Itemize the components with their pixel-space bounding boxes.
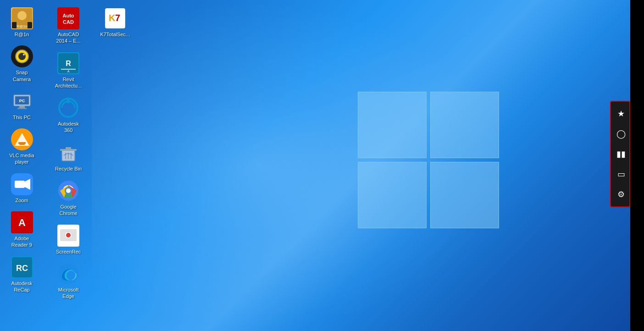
win-pane-top-right <box>430 92 499 158</box>
microsoft-edge-label: Microsoft Edge <box>53 287 84 300</box>
recycle-bin-icon <box>57 142 79 164</box>
adobe-reader-icon: A <box>11 211 33 233</box>
svg-rect-12 <box>17 108 27 109</box>
desktop-icon-zoom[interactable]: Zoom <box>5 171 39 206</box>
svg-rect-17 <box>19 144 25 145</box>
screenrec-side-panel: ★ ◯ ▮▮ ▭ ⚙ <box>610 101 630 207</box>
svg-text:K: K <box>109 13 116 23</box>
this-pc-label: This PC <box>13 114 31 121</box>
desktop-icon-google-chrome[interactable]: Google Chrome <box>51 177 86 220</box>
microsoft-edge-icon <box>57 263 79 285</box>
desktop-icon-adobe-reader[interactable]: A Adobe Reader 9 <box>5 209 39 251</box>
recycle-bin-label: Recycle Bin <box>55 166 82 172</box>
desktop-icon-microsoft-edge[interactable]: Microsoft Edge <box>51 260 86 303</box>
zoom-icon <box>11 173 33 195</box>
autodesk360-icon <box>57 97 79 119</box>
snap-camera-label: Snap Camera <box>6 69 37 83</box>
win-pane-bottom-left <box>358 162 427 228</box>
vlc-icon <box>11 128 33 150</box>
user-profile-icon: R@1n <box>11 7 33 29</box>
svg-rect-11 <box>19 106 25 108</box>
zoom-label: Zoom <box>15 197 28 204</box>
svg-text:RC: RC <box>16 264 28 273</box>
svg-point-33 <box>67 99 70 103</box>
k7-label: K7TotalSec... <box>100 31 130 38</box>
autodesk-recap-label: Autodesk ReCap <box>6 280 37 293</box>
desktop-icons-container: R@1n R@1n Snap Camera <box>5 5 142 325</box>
desktop: R@1n R@1n Snap Camera <box>0 0 644 331</box>
svg-point-8 <box>23 54 25 55</box>
svg-text:7: 7 <box>115 13 120 23</box>
adobe-reader-label: Adobe Reader 9 <box>6 235 37 248</box>
windows-logo <box>358 92 505 238</box>
svg-rect-25 <box>58 8 78 28</box>
svg-point-47 <box>66 233 71 237</box>
google-chrome-label: Google Chrome <box>53 204 84 217</box>
svg-text:R: R <box>66 60 71 67</box>
autocad-icon: Auto CAD <box>57 7 79 29</box>
desktop-icon-revit[interactable]: R A Revit Architectu... <box>51 50 86 92</box>
desktop-icon-user-profile[interactable]: R@1n R@1n <box>5 5 39 40</box>
svg-text:Auto: Auto <box>63 13 74 18</box>
this-pc-icon: PC <box>11 90 33 112</box>
svg-rect-16 <box>18 142 26 144</box>
svg-rect-19 <box>15 181 25 188</box>
svg-text:PC: PC <box>19 99 25 103</box>
autodesk360-label: Autodesk 360 <box>53 121 84 134</box>
screenshot-button[interactable]: ◯ <box>611 124 631 144</box>
snap-camera-icon <box>11 45 33 67</box>
revit-icon: R A <box>57 52 79 74</box>
desktop-icon-this-pc[interactable]: PC This PC <box>5 88 39 123</box>
user-profile-label: R@1n <box>15 31 29 38</box>
screenrec-icon <box>57 225 79 247</box>
desktop-icon-autodesk-recap[interactable]: RC Autodesk ReCap <box>5 254 39 296</box>
k7-icon: K 7 <box>104 7 126 29</box>
screenrec-label: ScreenRec <box>56 248 81 255</box>
svg-text:A: A <box>18 217 26 228</box>
camera-icon: ◯ <box>616 129 626 139</box>
autodesk-recap-icon: RC <box>11 256 33 278</box>
desktop-icon-autocad[interactable]: Auto CAD AutoCAD 2014 – E... <box>51 5 86 47</box>
svg-text:CAD: CAD <box>63 19 74 25</box>
desktop-icon-autodesk360[interactable]: Autodesk 360 <box>51 94 86 137</box>
desktop-icon-vlc[interactable]: VLC media player <box>5 126 39 168</box>
svg-rect-36 <box>66 147 71 149</box>
win-pane-bottom-right <box>430 162 499 228</box>
svg-text:R@1n: R@1n <box>17 24 27 28</box>
svg-point-2 <box>17 11 27 20</box>
record-video-button[interactable]: ▮▮ <box>611 144 631 164</box>
desktop-icon-snap-camera[interactable]: Snap Camera <box>5 43 39 85</box>
settings-button[interactable]: ⚙ <box>611 184 631 204</box>
desktop-icon-k7[interactable]: K 7 K7TotalSec... <box>98 5 132 40</box>
settings-icon: ⚙ <box>617 189 625 199</box>
pin-button[interactable]: ★ <box>611 104 631 124</box>
vlc-label: VLC media player <box>6 152 37 166</box>
revit-label: Revit Architectu... <box>53 76 84 89</box>
record-gif-button[interactable]: ▭ <box>611 164 631 184</box>
svg-text:A: A <box>67 70 70 73</box>
google-chrome-icon <box>57 180 79 202</box>
video-icon: ▮▮ <box>616 149 626 159</box>
win-pane-top-left <box>358 92 427 158</box>
svg-point-7 <box>18 53 26 60</box>
gif-icon: ▭ <box>617 169 625 179</box>
desktop-icon-recycle-bin[interactable]: Recycle Bin <box>51 139 86 175</box>
autocad-label: AutoCAD 2014 – E... <box>53 31 84 44</box>
right-edge-bar <box>630 0 644 331</box>
svg-point-43 <box>66 188 71 193</box>
desktop-icon-screenrec[interactable]: ScreenRec <box>51 222 86 258</box>
pin-icon: ★ <box>617 109 625 119</box>
